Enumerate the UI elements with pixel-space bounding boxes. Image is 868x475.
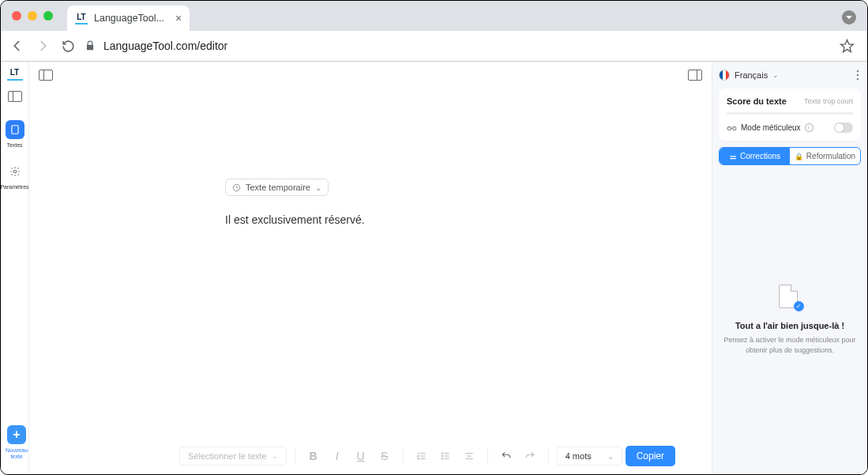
chevron-down-icon: ⌄ xyxy=(272,452,278,460)
plus-icon: + xyxy=(7,425,26,444)
select-text-dropdown[interactable]: Sélectionner le texte ⌄ xyxy=(179,447,287,466)
sidebar-item-params[interactable]: Paramètres xyxy=(0,160,28,190)
tab-bar: LT LanguageTool... × xyxy=(1,1,867,31)
right-sidebar: Français ⌄ Score du texte Texte trop cou… xyxy=(712,62,867,474)
document-check-icon: ✓ xyxy=(779,285,801,310)
underline-button[interactable]: U xyxy=(351,446,371,466)
select-text-label: Sélectionner le texte xyxy=(188,451,267,461)
corrections-empty-state: ✓ Tout a l'air bien jusque-là ! Pensez à… xyxy=(719,172,861,468)
editor-pane: Texte temporaire ⌄ Il est exclusivement … xyxy=(29,62,712,474)
tab-title: LanguageTool... xyxy=(94,13,164,24)
svg-point-4 xyxy=(442,455,442,456)
document-title-chip[interactable]: Texte temporaire ⌄ xyxy=(225,179,329,196)
meticulous-row: Mode méticuleux i xyxy=(727,123,853,133)
clock-icon xyxy=(232,183,241,192)
svg-point-7 xyxy=(857,74,859,77)
svg-point-1 xyxy=(13,170,17,173)
back-button[interactable] xyxy=(9,37,26,55)
svg-point-3 xyxy=(442,453,442,454)
redo-button[interactable] xyxy=(520,446,540,466)
sidebar-item-textes[interactable]: Textes xyxy=(6,119,24,148)
browser-chrome: LT LanguageTool... × LanguageTool.com/ed… xyxy=(1,1,867,62)
toggle-left-panel-icon[interactable] xyxy=(39,70,53,81)
app-container: LT Textes Paramètres + Nouveau texte xyxy=(1,62,867,474)
tab-label: Corrections xyxy=(740,152,780,160)
bullet-list-button[interactable] xyxy=(435,446,456,466)
word-count-dropdown[interactable]: 4 mots ⌄ xyxy=(557,447,622,466)
app-logo-icon[interactable]: LT xyxy=(7,68,23,81)
favicon-icon: LT xyxy=(75,12,88,25)
numbered-list-button[interactable] xyxy=(411,446,432,466)
more-options-icon[interactable] xyxy=(855,68,861,82)
score-title: Score du texte xyxy=(727,96,787,106)
italic-button[interactable]: I xyxy=(327,446,348,466)
glasses-icon xyxy=(727,124,737,132)
language-selector[interactable]: Français ⌄ xyxy=(719,70,779,81)
toggle-right-panel-icon[interactable] xyxy=(688,70,702,81)
bookmark-icon[interactable] xyxy=(840,39,855,54)
info-icon[interactable]: i xyxy=(805,123,814,132)
meticulous-toggle[interactable] xyxy=(834,123,853,133)
sidebar-item-label: Textes xyxy=(6,142,22,148)
bottom-toolbar: Sélectionner le texte ⌄ B I U S xyxy=(179,446,704,466)
tab-corrections[interactable]: Corrections xyxy=(720,148,790,164)
empty-subtitle: Pensez à activer le mode méticuleux pour… xyxy=(722,335,858,356)
score-bar xyxy=(727,112,853,115)
word-count-label: 4 mots xyxy=(566,451,592,461)
score-message: Texte trop court xyxy=(804,97,853,105)
language-row: Français ⌄ xyxy=(719,68,861,82)
window-controls xyxy=(12,11,53,21)
svg-point-8 xyxy=(857,78,859,81)
editor-text[interactable]: Il est exclusivement réservé. xyxy=(225,213,514,226)
document-title: Texte temporaire xyxy=(246,183,310,192)
corrections-icon xyxy=(729,153,737,160)
sidebar-tabs: Corrections 🔒 Reformulation xyxy=(719,147,861,165)
bold-button[interactable]: B xyxy=(303,446,324,466)
svg-point-10 xyxy=(733,126,736,130)
browser-tab[interactable]: LT LanguageTool... × xyxy=(67,6,190,31)
reload-button[interactable] xyxy=(59,37,77,55)
svg-point-5 xyxy=(442,458,442,459)
empty-title: Tout a l'air bien jusque-là ! xyxy=(735,321,844,330)
maximize-window-icon[interactable] xyxy=(43,11,53,21)
browser-menu-icon[interactable] xyxy=(842,10,856,25)
svg-rect-0 xyxy=(11,126,17,134)
tab-label: Reformulation xyxy=(806,152,855,160)
url-text: LanguageTool.com/editor xyxy=(103,40,227,52)
copy-button[interactable]: Copier xyxy=(626,446,675,466)
score-card: Score du texte Texte trop court Mode mét… xyxy=(719,89,861,141)
document-area: Texte temporaire ⌄ Il est exclusivement … xyxy=(225,179,514,226)
document-icon xyxy=(6,120,24,139)
close-window-icon[interactable] xyxy=(12,11,21,21)
meticulous-label: Mode méticuleux xyxy=(741,123,801,132)
new-text-button[interactable]: + Nouveau texte xyxy=(6,425,28,460)
url-field[interactable]: LanguageTool.com/editor xyxy=(85,40,832,52)
language-label: Français xyxy=(735,70,768,80)
tab-close-icon[interactable]: × xyxy=(175,12,182,25)
strikethrough-button[interactable]: S xyxy=(374,446,395,466)
address-bar: LanguageTool.com/editor xyxy=(1,31,867,61)
forward-button xyxy=(34,37,51,55)
left-sidebar: LT Textes Paramètres + Nouveau texte xyxy=(1,62,29,474)
new-text-label: Nouveau texte xyxy=(6,447,28,460)
undo-button[interactable] xyxy=(496,446,517,466)
flag-icon xyxy=(719,70,730,81)
sidebar-item-label: Paramètres xyxy=(0,184,28,190)
chevron-down-icon: ⌄ xyxy=(772,71,779,79)
align-button[interactable] xyxy=(459,446,479,466)
gear-icon xyxy=(6,162,24,181)
tab-reformulation[interactable]: 🔒 Reformulation xyxy=(790,148,860,164)
lock-icon xyxy=(85,40,96,51)
chevron-down-icon: ⌄ xyxy=(607,452,614,461)
chevron-down-icon: ⌄ xyxy=(315,183,321,192)
lock-icon: 🔒 xyxy=(795,153,803,160)
minimize-window-icon[interactable] xyxy=(28,11,37,21)
collapse-sidebar-icon[interactable] xyxy=(6,87,24,106)
svg-point-6 xyxy=(857,70,859,73)
svg-point-9 xyxy=(727,126,731,130)
